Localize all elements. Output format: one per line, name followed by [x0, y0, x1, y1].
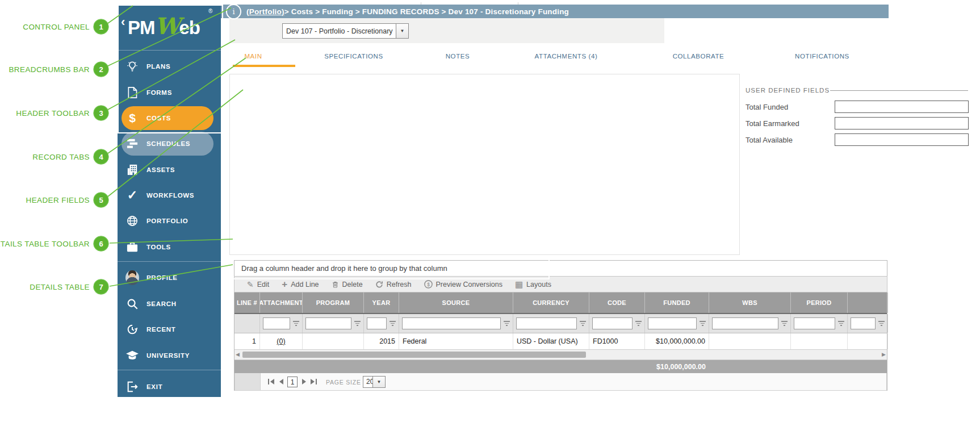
- tab-notes[interactable]: NOTES: [446, 45, 470, 67]
- edit-button[interactable]: ✎Edit: [247, 280, 269, 289]
- header-cell-funded[interactable]: FUNDED: [645, 292, 709, 313]
- refresh-button[interactable]: Refresh: [375, 281, 412, 289]
- scroll-right-icon[interactable]: ▶: [882, 352, 886, 357]
- sidebar-item-costs[interactable]: $COSTS: [122, 106, 213, 130]
- sidebar-item-plans[interactable]: PLANS: [118, 55, 221, 78]
- header-cell-attachment[interactable]: ATTACHMENT: [260, 292, 303, 313]
- sidebar-item-portfolio[interactable]: PORTFOLIO: [118, 209, 221, 233]
- sidebar-divider: [118, 370, 221, 370]
- filter-input[interactable]: [712, 317, 778, 329]
- filter-funnel-icon[interactable]: [354, 320, 361, 327]
- total-earmarked-input[interactable]: [835, 117, 969, 129]
- total-available-input[interactable]: [835, 133, 969, 146]
- row-cell: [848, 333, 888, 349]
- filter-funnel-icon[interactable]: [699, 320, 706, 327]
- filter-input[interactable]: [794, 317, 835, 329]
- header-cell-period[interactable]: PERIOD: [791, 292, 848, 313]
- cell-value: USD - Dollar (USA): [517, 337, 578, 345]
- collapse-sidebar-icon[interactable]: ‹: [121, 15, 125, 30]
- filter-input[interactable]: [516, 317, 577, 329]
- filter-funnel-icon[interactable]: [503, 320, 510, 327]
- sidebar-item-recent[interactable]: RECENT: [118, 317, 221, 341]
- filter-funnel-icon[interactable]: [579, 320, 587, 327]
- filter-funnel-icon[interactable]: [292, 320, 300, 327]
- filter-funnel-icon[interactable]: [837, 320, 845, 327]
- scrollbar-thumb[interactable]: [242, 352, 586, 358]
- assets-icon: [125, 163, 139, 177]
- header-cell-currency[interactable]: CURRENCY: [513, 292, 589, 313]
- filter-funnel-icon[interactable]: [878, 320, 885, 327]
- tab-notifications[interactable]: NOTIFICATIONS: [795, 45, 849, 67]
- header-cell-program[interactable]: PROGRAM: [303, 292, 364, 313]
- record-selector-dropdown[interactable]: Dev 107 - Portfolio - Discretionary Fu ▼: [282, 23, 409, 39]
- chevron-down-icon[interactable]: ▼: [372, 377, 385, 387]
- sidebar-item-schedules[interactable]: SCHEDULES: [122, 132, 213, 156]
- sidebar-item-search[interactable]: SEARCH: [118, 292, 221, 316]
- filter-input[interactable]: [402, 317, 501, 329]
- sidebar-item-profile[interactable]: PROFILE: [118, 266, 221, 290]
- table-row[interactable]: 1(0)2015FederalUSD - Dollar (USA)FD1000$…: [234, 333, 887, 350]
- tab-collaborate[interactable]: COLLABORATE: [673, 45, 724, 67]
- next-page-icon[interactable]: [299, 377, 309, 387]
- filter-input[interactable]: [851, 317, 876, 329]
- layouts-button[interactable]: ▦Layouts: [515, 279, 551, 290]
- sidebar-item-workflows[interactable]: ✓WORKFLOWS: [118, 183, 221, 207]
- page-size-dropdown[interactable]: 20 ▼: [363, 376, 386, 388]
- delete-button[interactable]: Delete: [332, 281, 363, 289]
- filter-cell: [399, 314, 513, 333]
- scroll-left-icon[interactable]: ◀: [236, 352, 240, 357]
- details-table-header-row: LINE #ATTACHMENTPROGRAMYEARSOURCECURRENC…: [234, 292, 887, 314]
- exit-icon: [125, 380, 139, 394]
- header-cell-line[interactable]: LINE #: [234, 292, 260, 313]
- filter-cell: [513, 314, 589, 333]
- header-cell-source[interactable]: SOURCE: [399, 292, 513, 313]
- current-page-box[interactable]: 1: [287, 377, 298, 387]
- header-cell-code[interactable]: CODE: [589, 292, 645, 313]
- attachment-count-link[interactable]: (0): [277, 337, 285, 345]
- last-page-icon[interactable]: [309, 377, 319, 387]
- filter-input[interactable]: [263, 317, 290, 329]
- previous-page-icon[interactable]: [276, 377, 286, 387]
- group-by-drop-zone[interactable]: Drag a column header and drop it here to…: [234, 260, 887, 277]
- tab-attachments-4[interactable]: ATTACHMENTS (4): [535, 45, 598, 67]
- svg-text:$: $: [427, 282, 430, 287]
- pmweb-logo[interactable]: ‹ PMWeb ®: [118, 5, 221, 49]
- filter-input[interactable]: [367, 317, 387, 329]
- first-page-icon[interactable]: [266, 377, 276, 387]
- total-funded-input[interactable]: [835, 101, 969, 113]
- sidebar-item-forms[interactable]: FORMS: [118, 81, 221, 104]
- filter-input[interactable]: [648, 317, 697, 329]
- tab-main[interactable]: MAIN: [244, 45, 262, 67]
- filter-funnel-icon[interactable]: [781, 320, 788, 327]
- sidebar-item-assets[interactable]: ASSETS: [118, 158, 221, 182]
- sidebar-item-label: PLANS: [146, 63, 170, 70]
- preview-conversions-button[interactable]: $Preview Conversions: [424, 280, 502, 289]
- annotation-number-4: 4: [94, 149, 109, 165]
- header-cell[interactable]: [848, 292, 888, 313]
- row-cell-attachment[interactable]: (0): [260, 333, 303, 349]
- details-table-toolbar: ✎Edit+Add LineDeleteRefresh$Preview Conv…: [234, 276, 887, 292]
- header-cell-wbs[interactable]: WBS: [709, 292, 791, 313]
- udf-label: Total Available: [746, 136, 793, 144]
- details-table-filter-row: [234, 314, 887, 333]
- row-cell-currency: USD - Dollar (USA): [513, 333, 589, 349]
- header-cell-year[interactable]: YEAR: [364, 292, 399, 313]
- add-line-button[interactable]: +Add Line: [282, 279, 319, 290]
- annotation-label-1: CONTROL PANEL: [23, 23, 90, 31]
- breadcrumb-trail: > Costs > Funding > FUNDING RECORDS > De…: [284, 7, 569, 16]
- filter-input[interactable]: [305, 317, 351, 329]
- filter-funnel-icon[interactable]: [635, 320, 642, 327]
- breadcrumb-portfolio-link[interactable]: (Portfolio): [246, 7, 284, 16]
- sidebar-item-label: FORMS: [146, 89, 172, 96]
- sidebar-item-exit[interactable]: EXIT: [118, 375, 221, 399]
- sidebar-item-university[interactable]: UNIVERSITY: [118, 344, 221, 367]
- toolbar-button-label: Preview Conversions: [436, 281, 502, 289]
- info-icon[interactable]: i: [226, 4, 241, 19]
- tab-specifications[interactable]: SPECIFICATIONS: [324, 45, 383, 67]
- chevron-down-icon[interactable]: ▼: [396, 24, 408, 38]
- filter-funnel-icon[interactable]: [389, 320, 396, 327]
- horizontal-scrollbar[interactable]: ◀ ▶: [234, 350, 887, 360]
- row-cell-source: Federal: [399, 333, 513, 349]
- sidebar-item-tools[interactable]: TOOLS: [118, 235, 221, 259]
- filter-input[interactable]: [592, 317, 633, 329]
